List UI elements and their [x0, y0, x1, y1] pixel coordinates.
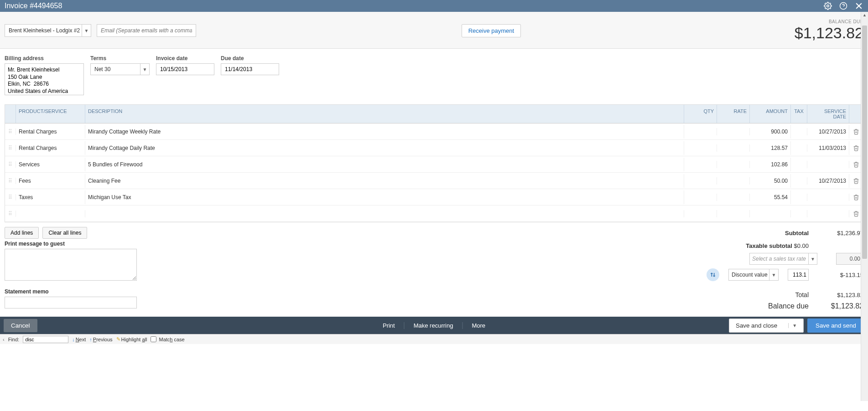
table-row[interactable]: ⠿Rental ChargesMirandy Cottage Daily Rat… — [5, 140, 863, 156]
table-row[interactable]: ⠿Services5 Bundles of Firewood102.86 — [5, 156, 863, 173]
cell-description[interactable]: Cleaning Fee — [85, 174, 684, 188]
cell-service-date[interactable] — [807, 210, 849, 217]
sales-tax-placeholder: Select a sales tax rate — [752, 256, 806, 262]
billing-address-input[interactable]: Mr. Brent Kleinheksel 150 Oak Lane Elkin… — [5, 63, 84, 95]
cell-tax[interactable] — [791, 194, 807, 201]
find-next-button[interactable]: ↓ Next — [72, 337, 86, 342]
vertical-scrollbar[interactable]: ▲ — [861, 12, 868, 344]
find-input[interactable] — [23, 336, 68, 343]
cell-qty[interactable] — [684, 161, 717, 168]
swap-icon[interactable] — [707, 268, 719, 281]
footer-bar: Cancel Print Make recurring More Save an… — [0, 317, 868, 334]
cell-tax[interactable] — [791, 144, 807, 152]
cell-amount[interactable]: 128.57 — [750, 141, 791, 155]
chevron-down-icon[interactable]: ▼ — [82, 25, 91, 36]
close-icon[interactable] — [854, 1, 863, 10]
sales-tax-select[interactable]: Select a sales tax rate ▼ — [749, 253, 809, 265]
cell-product[interactable]: Rental Charges — [16, 141, 85, 155]
messages-section: Print message to guest Statement memo — [5, 241, 137, 312]
table-row[interactable]: ⠿ — [5, 206, 863, 222]
save-and-close-button[interactable]: Save and close ▼ — [729, 319, 804, 333]
cell-tax[interactable] — [791, 210, 807, 217]
drag-handle-icon[interactable]: ⠿ — [5, 178, 16, 184]
chevron-down-icon[interactable]: ▼ — [769, 269, 778, 280]
cell-tax[interactable] — [791, 177, 807, 185]
terms-select[interactable]: Net 30 ▼ — [90, 63, 150, 75]
find-collapse-icon[interactable]: ‹ — [3, 337, 5, 342]
add-lines-button[interactable]: Add lines — [5, 227, 39, 239]
cell-description[interactable]: Mirandy Cottage Daily Rate — [85, 141, 684, 155]
more-link[interactable]: More — [463, 322, 494, 329]
cell-tax[interactable] — [791, 128, 807, 135]
find-previous-button[interactable]: ↑ Previous — [89, 337, 112, 342]
drag-handle-icon[interactable]: ⠿ — [5, 128, 16, 135]
cell-description[interactable] — [85, 210, 684, 217]
cell-rate[interactable] — [717, 210, 750, 217]
highlight-all-button[interactable]: ✎ Highlight all — [116, 336, 147, 342]
cell-product[interactable]: Rental Charges — [16, 125, 85, 139]
cell-description[interactable]: 5 Bundles of Firewood — [85, 158, 684, 171]
discount-type-value: Discount value — [732, 272, 768, 278]
table-row[interactable]: ⠿Rental ChargesMirandy Cottage Weekly Ra… — [5, 123, 863, 140]
customer-select-value: Brent Kleinheksel - Lodgix #2 — [9, 27, 80, 34]
cell-qty[interactable] — [684, 177, 717, 185]
chevron-down-icon[interactable]: ▼ — [140, 64, 149, 75]
invoice-fields: Billing address Mr. Brent Kleinheksel 15… — [0, 49, 868, 104]
print-link[interactable]: Print — [374, 322, 405, 329]
cell-rate[interactable] — [717, 161, 750, 168]
cell-rate[interactable] — [717, 177, 750, 185]
statement-memo-input[interactable] — [5, 297, 137, 308]
cell-description[interactable]: Michigan Use Tax — [85, 190, 684, 204]
drag-handle-icon[interactable]: ⠿ — [5, 161, 16, 168]
cell-amount[interactable]: 102.86 — [750, 158, 791, 171]
due-date-input[interactable] — [221, 63, 279, 75]
cell-amount[interactable] — [750, 210, 791, 217]
cell-product[interactable]: Services — [16, 158, 85, 171]
match-case-checkbox[interactable]: Match case — [151, 336, 184, 342]
cell-rate[interactable] — [717, 144, 750, 152]
make-recurring-link[interactable]: Make recurring — [405, 322, 463, 329]
tax-amount-input[interactable] — [836, 253, 863, 265]
cell-service-date[interactable] — [807, 161, 849, 168]
discount-type-select[interactable]: Discount value ▼ — [728, 269, 779, 281]
cell-amount[interactable]: 50.00 — [750, 174, 791, 188]
cell-service-date[interactable]: 10/27/2013 — [807, 174, 849, 188]
cell-amount[interactable]: 55.54 — [750, 190, 791, 204]
balance-due-label: BALANCE DUE — [795, 19, 863, 24]
drag-handle-icon[interactable]: ⠿ — [5, 194, 16, 200]
cell-service-date[interactable]: 11/03/2013 — [807, 141, 849, 155]
chevron-down-icon[interactable]: ▼ — [808, 253, 817, 265]
cell-qty[interactable] — [684, 144, 717, 152]
cell-rate[interactable] — [717, 128, 750, 135]
drag-handle-icon[interactable]: ⠿ — [5, 211, 16, 217]
email-input[interactable] — [97, 24, 196, 37]
cell-qty[interactable] — [684, 194, 717, 201]
invoice-date-input[interactable] — [156, 63, 214, 75]
help-icon[interactable] — [839, 1, 848, 10]
cell-qty[interactable] — [684, 210, 717, 217]
cell-tax[interactable] — [791, 161, 807, 168]
chevron-down-icon[interactable]: ▼ — [788, 323, 797, 328]
table-row[interactable]: ⠿TaxesMichigan Use Tax55.54 — [5, 189, 863, 206]
window-header: Invoice #4494658 — [0, 0, 868, 12]
cell-service-date[interactable] — [807, 194, 849, 201]
print-message-input[interactable] — [5, 249, 137, 281]
cell-service-date[interactable]: 10/27/2013 — [807, 125, 849, 139]
discount-value-input[interactable] — [788, 269, 809, 281]
cell-product[interactable] — [16, 210, 85, 217]
save-close-label: Save and close — [736, 322, 777, 329]
cell-product[interactable]: Fees — [16, 174, 85, 188]
cell-description[interactable]: Mirandy Cottage Weekly Rate — [85, 125, 684, 139]
cell-qty[interactable] — [684, 128, 717, 135]
receive-payment-button[interactable]: Receive payment — [462, 24, 521, 37]
cell-amount[interactable]: 900.00 — [750, 125, 791, 139]
customer-select[interactable]: Brent Kleinheksel - Lodgix #2 ▼ — [5, 24, 91, 37]
cell-product[interactable]: Taxes — [16, 190, 85, 204]
gear-icon[interactable] — [823, 1, 832, 10]
drag-handle-icon[interactable]: ⠿ — [5, 145, 16, 151]
save-and-send-button[interactable]: Save and send — [807, 319, 864, 333]
clear-lines-button[interactable]: Clear all lines — [42, 227, 87, 239]
table-row[interactable]: ⠿FeesCleaning Fee50.0010/27/2013 — [5, 173, 863, 189]
cancel-button[interactable]: Cancel — [4, 319, 37, 332]
cell-rate[interactable] — [717, 194, 750, 201]
